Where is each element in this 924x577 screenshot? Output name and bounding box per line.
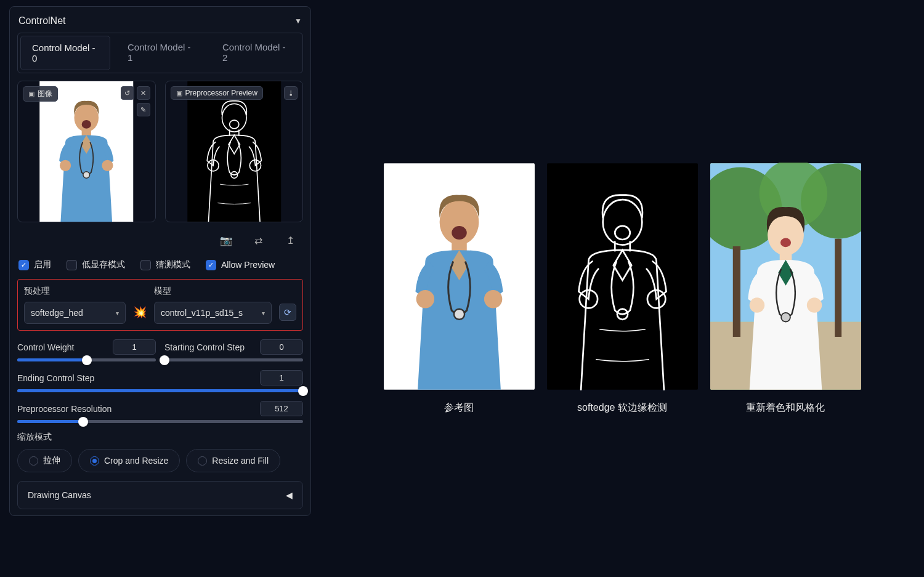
chevron-down-icon: ▾ [116, 310, 119, 317]
radio-resize-fill[interactable]: Resize and Fill [186, 449, 280, 472]
check-guess[interactable]: 猜测模式 [140, 259, 190, 270]
panel-title: ControlNet [18, 15, 65, 26]
start-step-value[interactable]: 0 [260, 339, 303, 355]
end-step-value[interactable]: 1 [260, 370, 303, 385]
download-icon[interactable]: ⭳ [284, 86, 298, 100]
explosion-icon[interactable]: 💥 [133, 305, 147, 319]
control-weight-slider[interactable] [17, 358, 156, 361]
gallery-caption: 参考图 [444, 401, 474, 414]
close-icon[interactable]: ✕ [137, 86, 150, 100]
swap-icon[interactable]: ⇄ [251, 233, 265, 247]
upload-icon[interactable]: ↥ [283, 233, 297, 247]
edit-icon[interactable]: ✎ [137, 103, 150, 116]
preproc-res-slider[interactable] [17, 420, 303, 423]
preproc-res-value[interactable]: 512 [260, 401, 303, 416]
gallery-caption: 重新着色和风格化 [746, 401, 825, 414]
tab-bar: Control Model - 0 Control Model - 1 Cont… [17, 33, 303, 73]
preproc-preview-box[interactable]: ▣ Preprocessor Preview ⭳ [165, 81, 304, 222]
control-weight-value[interactable]: 1 [113, 339, 156, 355]
chevron-down-icon: ▾ [262, 310, 265, 317]
check-lowvram[interactable]: 低显存模式 [67, 259, 125, 270]
model-select[interactable]: control_v11p_sd15_s ▾ [154, 302, 272, 324]
preproc-select[interactable]: softedge_hed ▾ [24, 302, 126, 324]
preproc-select-label: 预处理 [24, 286, 126, 297]
preproc-res-label: Preprocessor Resolution [17, 404, 111, 414]
input-image-label: ▣ 图像 [23, 86, 58, 102]
radio-icon [90, 456, 99, 466]
gallery-image-softedge [547, 163, 698, 390]
triangle-left-icon: ◀ [286, 490, 293, 500]
end-step-label: Ending Control Step [17, 373, 94, 383]
radio-icon [29, 456, 38, 466]
control-weight-label: Control Weight [17, 342, 74, 352]
refresh-model-button[interactable]: ⟳ [279, 304, 296, 321]
checkbox-icon [140, 260, 151, 270]
tab-model-2[interactable]: Control Model - 2 [211, 36, 300, 70]
result-gallery: 参考图 softedge 软边缘检测 重新着色和风格化 [384, 163, 861, 414]
preproc-model-highlight: 预处理 softedge_hed ▾ 💥 模型 control_v11p_sd1… [17, 279, 303, 331]
radio-stretch[interactable]: 拉伸 [17, 449, 72, 472]
image-icon: ▣ [176, 89, 182, 97]
image-icon: ▣ [28, 90, 34, 98]
preproc-image [166, 81, 303, 222]
tab-model-0[interactable]: Control Model - 0 [20, 36, 110, 70]
gallery-caption: softedge 软边缘检测 [577, 401, 667, 414]
tab-model-1[interactable]: Control Model - 1 [116, 36, 205, 70]
checkbox-icon: ✓ [206, 260, 216, 270]
start-step-label: Starting Control Step [164, 342, 245, 352]
check-enable[interactable]: ✓ 启用 [18, 259, 51, 270]
resize-mode-label: 缩放模式 [17, 432, 303, 443]
checkbox-icon [67, 260, 77, 270]
gallery-image-reference [384, 163, 535, 390]
start-step-slider[interactable] [164, 358, 303, 361]
drawing-canvas-toggle[interactable]: Drawing Canvas ◀ [17, 481, 303, 509]
radio-icon [198, 456, 207, 466]
gallery-image-stylized [710, 163, 861, 390]
check-allow-preview[interactable]: ✓ Allow Preview [206, 260, 275, 270]
undo-icon[interactable]: ↺ [121, 86, 134, 100]
end-step-slider[interactable] [17, 389, 303, 392]
radio-crop-resize[interactable]: Crop and Resize [78, 449, 180, 472]
model-select-label: 模型 [154, 286, 272, 297]
input-image-box[interactable]: ▣ 图像 ↺ ✕ ✎ [17, 81, 156, 222]
checkbox-icon: ✓ [18, 260, 29, 270]
collapse-icon[interactable]: ▼ [294, 17, 302, 25]
camera-icon[interactable]: 📷 [219, 233, 233, 247]
preproc-preview-label: ▣ Preprocessor Preview [171, 86, 263, 100]
